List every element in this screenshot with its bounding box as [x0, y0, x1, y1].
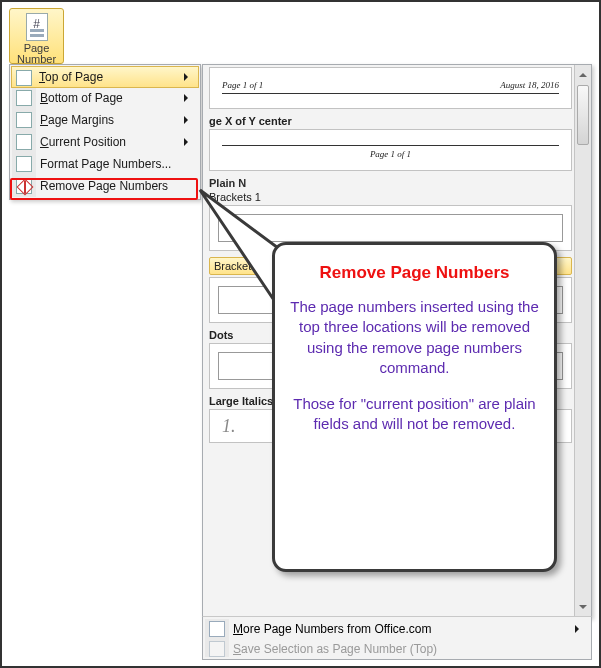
- gallery-scrollbar[interactable]: [574, 65, 591, 617]
- gallery-item-label-text: Brackets 2: [214, 260, 266, 272]
- callout-title: Remove Page Numbers: [289, 263, 540, 283]
- page-number-ribbon-button[interactable]: Page Number: [9, 8, 64, 64]
- preview-text: Page 1 of 1: [370, 149, 411, 159]
- scrollbar-thumb[interactable]: [577, 85, 589, 145]
- menu-label: Current Position: [40, 135, 126, 149]
- page-icon: [16, 70, 32, 86]
- gallery-item-label: Brackets 1: [209, 191, 572, 203]
- menu-label: Save Selection as Page Number (Top): [233, 642, 437, 656]
- callout-paragraph: Those for "current position" are plain f…: [289, 394, 540, 435]
- submenu-arrow-icon: [184, 116, 192, 124]
- preview-date: August 18, 2016: [500, 80, 559, 90]
- annotation-highlight: [10, 178, 198, 200]
- annotation-callout: Remove Page Numbers The page numbers ins…: [272, 242, 557, 572]
- callout-paragraph: The page numbers inserted using the top …: [289, 297, 540, 378]
- preview-text: Page 1 of 1: [222, 80, 263, 90]
- submenu-arrow-icon: [184, 138, 192, 146]
- page-icon: [16, 112, 32, 128]
- menu-label: Bottom of Page: [40, 91, 123, 105]
- menu-format-page-numbers[interactable]: Format Page Numbers...: [12, 153, 198, 175]
- submenu-arrow-icon: [184, 73, 192, 81]
- page-number-label: Page Number: [10, 43, 63, 65]
- format-icon: [16, 156, 32, 172]
- menu-page-margins[interactable]: Page Margins: [12, 109, 198, 131]
- menu-bottom-of-page[interactable]: Bottom of Page: [12, 87, 198, 109]
- submenu-arrow-icon: [575, 625, 583, 633]
- menu-current-position[interactable]: Current Position: [12, 131, 198, 153]
- gallery-section-label: Plain N: [209, 177, 572, 189]
- gallery-item-label: ge X of Y center: [209, 115, 572, 127]
- menu-top-of-page[interactable]: Top of Page: [11, 66, 199, 88]
- menu-label: More Page Numbers from Office.com: [233, 622, 432, 636]
- preview-text: 1.: [222, 416, 236, 436]
- save-icon: [209, 641, 225, 657]
- gallery-preview[interactable]: Page 1 of 1: [209, 129, 572, 171]
- menu-label: Format Page Numbers...: [40, 157, 171, 171]
- gallery-preview[interactable]: Page 1 of 1August 18, 2016: [209, 67, 572, 109]
- page-icon: [16, 90, 32, 106]
- preview-rule: [222, 145, 559, 146]
- menu-save-selection: Save Selection as Page Number (Top): [205, 639, 589, 659]
- menu-more-page-numbers[interactable]: More Page Numbers from Office.com: [205, 619, 589, 639]
- preview-rule: [222, 93, 559, 94]
- menu-label: Page Margins: [40, 113, 114, 127]
- submenu-arrow-icon: [184, 94, 192, 102]
- page-number-icon: [26, 13, 48, 41]
- page-icon: [16, 134, 32, 150]
- office-icon: [209, 621, 225, 637]
- menu-label: Top of Page: [39, 70, 103, 84]
- gallery-footer: More Page Numbers from Office.com Save S…: [202, 616, 592, 660]
